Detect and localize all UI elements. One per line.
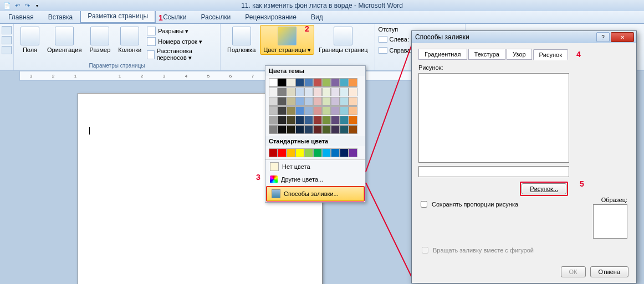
color-swatch[interactable] [349, 97, 357, 106]
color-swatch[interactable] [269, 125, 278, 134]
color-swatch[interactable] [278, 97, 287, 106]
margins-button[interactable]: Поля [17, 25, 43, 55]
color-swatch[interactable] [278, 148, 287, 157]
color-swatch[interactable] [295, 125, 304, 134]
color-swatch[interactable] [349, 116, 357, 125]
color-swatch[interactable] [269, 87, 278, 96]
color-swatch[interactable] [295, 148, 304, 157]
columns-button[interactable]: Колонки [115, 25, 145, 55]
theme-fonts-icon[interactable] [2, 36, 12, 44]
color-swatch[interactable] [331, 116, 340, 125]
tab-gradient[interactable]: Градиентная [418, 49, 467, 60]
color-swatch[interactable] [313, 87, 322, 96]
color-swatch[interactable] [287, 97, 295, 106]
fill-effects-item[interactable]: Способы заливки... [267, 187, 364, 201]
orientation-button[interactable]: Ориентация [44, 25, 85, 55]
color-swatch[interactable] [331, 106, 340, 115]
line-numbers-button[interactable]: Номера строк ▾ [146, 37, 217, 47]
color-swatch[interactable] [349, 148, 357, 157]
color-swatch[interactable] [340, 148, 349, 157]
color-swatch[interactable] [304, 106, 313, 115]
color-swatch[interactable] [331, 78, 340, 87]
no-color-item[interactable]: Нет цвета [265, 160, 365, 173]
color-swatch[interactable] [322, 148, 331, 157]
cancel-button[interactable]: Отмена [590, 266, 628, 277]
dialog-title-bar[interactable]: Способы заливки ? ✕ [412, 31, 636, 43]
color-swatch[interactable] [287, 106, 295, 115]
color-swatch[interactable] [331, 87, 340, 96]
color-swatch[interactable] [313, 125, 322, 134]
color-swatch[interactable] [269, 78, 278, 87]
color-swatch[interactable] [287, 116, 295, 125]
color-swatch[interactable] [340, 125, 349, 134]
color-swatch[interactable] [340, 78, 349, 87]
color-swatch[interactable] [304, 148, 313, 157]
color-swatch[interactable] [322, 87, 331, 96]
color-swatch[interactable] [331, 125, 340, 134]
dialog-close-button[interactable]: ✕ [611, 32, 634, 42]
color-swatch[interactable] [322, 116, 331, 125]
color-swatch[interactable] [287, 78, 295, 87]
qat-dropdown-icon[interactable]: ▾ [33, 2, 41, 9]
color-swatch[interactable] [340, 97, 349, 106]
color-swatch[interactable] [322, 125, 331, 134]
color-swatch[interactable] [349, 87, 357, 96]
color-swatch[interactable] [313, 116, 322, 125]
color-swatch[interactable] [287, 125, 295, 134]
size-button[interactable]: Размер [86, 25, 114, 55]
color-swatch[interactable] [304, 116, 313, 125]
select-picture-button[interactable]: Рисунок... [522, 183, 566, 194]
tab-page-layout[interactable]: Разметка страницы [80, 9, 156, 23]
tab-home[interactable]: Главная [1, 11, 41, 23]
color-swatch[interactable] [304, 125, 313, 134]
color-swatch[interactable] [349, 125, 357, 134]
color-swatch[interactable] [304, 97, 313, 106]
breaks-button[interactable]: Разрывы ▾ [146, 26, 217, 36]
hyphenation-button[interactable]: Расстановка переносов ▾ [146, 47, 217, 62]
color-swatch[interactable] [340, 106, 349, 115]
color-swatch[interactable] [322, 106, 331, 115]
color-swatch[interactable] [313, 106, 322, 115]
tab-texture[interactable]: Текстура [468, 49, 505, 60]
undo-icon[interactable]: ↶ [13, 2, 21, 9]
color-swatch[interactable] [287, 148, 295, 157]
color-swatch[interactable] [295, 106, 304, 115]
redo-icon[interactable]: ↷ [23, 2, 31, 9]
theme-effects-icon[interactable] [2, 46, 12, 54]
color-swatch[interactable] [269, 148, 278, 157]
dialog-help-button[interactable]: ? [596, 32, 610, 42]
color-swatch[interactable] [304, 78, 313, 87]
color-swatch[interactable] [349, 78, 357, 87]
page-borders-button[interactable]: Границы страниц [315, 25, 371, 55]
color-swatch[interactable] [331, 148, 340, 157]
tab-view[interactable]: Вид [304, 11, 330, 23]
color-swatch[interactable] [269, 97, 278, 106]
color-swatch[interactable] [269, 116, 278, 125]
tab-review[interactable]: Рецензирование [238, 11, 304, 23]
tab-insert[interactable]: Вставка [41, 11, 80, 23]
color-swatch[interactable] [278, 125, 287, 134]
color-swatch[interactable] [313, 78, 322, 87]
color-swatch[interactable] [295, 116, 304, 125]
watermark-button[interactable]: Подложка [224, 25, 259, 55]
color-swatch[interactable] [313, 97, 322, 106]
color-swatch[interactable] [269, 106, 278, 115]
tab-picture[interactable]: Рисунок [533, 49, 569, 60]
theme-colors-icon[interactable] [2, 26, 12, 34]
color-swatch[interactable] [322, 97, 331, 106]
color-swatch[interactable] [313, 148, 322, 157]
color-swatch[interactable] [287, 87, 295, 96]
color-swatch[interactable] [295, 78, 304, 87]
more-colors-item[interactable]: Другие цвета... [265, 173, 365, 185]
color-swatch[interactable] [322, 78, 331, 87]
color-swatch[interactable] [278, 78, 287, 87]
color-swatch[interactable] [295, 87, 304, 96]
color-swatch[interactable] [331, 97, 340, 106]
color-swatch[interactable] [340, 116, 349, 125]
color-swatch[interactable] [278, 87, 287, 96]
tab-mailings[interactable]: Рассылки [193, 11, 238, 23]
color-swatch[interactable] [340, 87, 349, 96]
lock-aspect-input[interactable] [421, 201, 427, 208]
color-swatch[interactable] [349, 106, 357, 115]
color-swatch[interactable] [278, 116, 287, 125]
